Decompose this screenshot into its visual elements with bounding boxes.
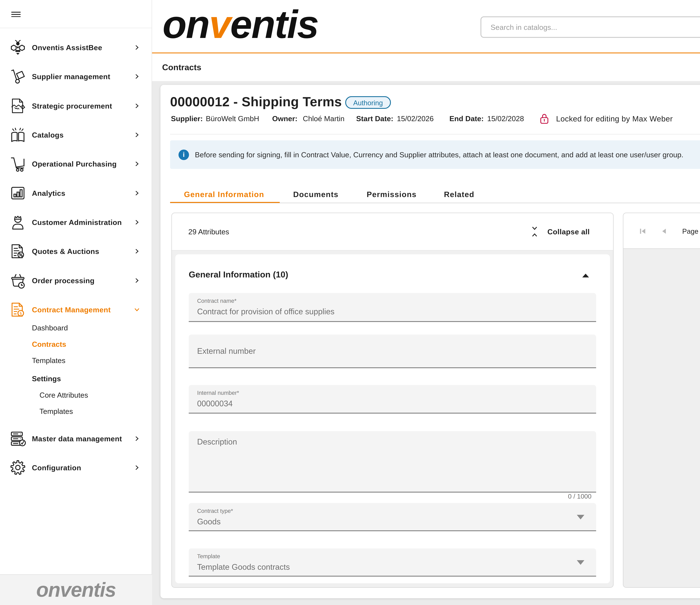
svg-text:§: §	[20, 311, 22, 316]
